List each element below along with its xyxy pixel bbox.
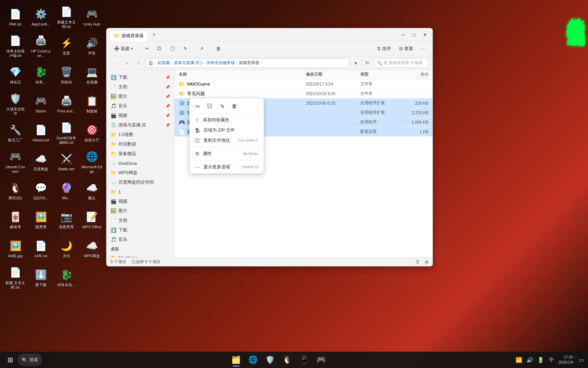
sidebar-item-0-8[interactable]: 📁 装备物品 xyxy=(107,149,174,158)
desktop-icon-mycomp[interactable]: 💻 此电脑 xyxy=(80,61,104,89)
desktop-icon-magician[interactable]: 🔮 Ma... xyxy=(54,177,78,204)
taskbar-game-btn[interactable]: 🎮 xyxy=(314,352,329,367)
desktop-icon-sound[interactable]: 🔊 声音 xyxy=(80,32,104,60)
desktop-icon-chuanqi[interactable]: 📄 传奇永恒客户端.txt xyxy=(3,32,27,60)
forward-button[interactable]: › xyxy=(122,58,132,68)
desktop-icon-meitushow[interactable]: 🖼️ 图秀秀 xyxy=(29,206,53,233)
sidebar-item-0-4[interactable]: 🎬 视频 📌 xyxy=(107,111,174,120)
desktop-icon-hp[interactable]: 🖨️ HP ColorLase... xyxy=(29,32,53,60)
taskbar-search[interactable]: 🔍 搜索 xyxy=(18,354,42,366)
systray-volume[interactable]: 🔊 xyxy=(526,356,534,364)
systray-battery[interactable]: 🔋 xyxy=(537,356,545,364)
expand-address-button[interactable]: ▾ xyxy=(351,58,360,68)
close-button[interactable]: ✕ xyxy=(420,30,430,40)
maximize-button[interactable]: □ xyxy=(409,30,419,40)
desktop-icon-meitu[interactable]: 📷 美图秀秀 xyxy=(54,206,78,233)
desktop-icon-chuanqi2[interactable]: 🐉 传奇... xyxy=(29,61,53,89)
ctx-more-item[interactable]: ⋯ 显示更多选项 Shift+F10 xyxy=(190,162,264,172)
taskbar-files-btn[interactable]: 🗂️ xyxy=(229,352,244,367)
sidebar-item-0-16[interactable]: ⬇️ 下载 xyxy=(107,225,174,235)
sidebar-item-0-3[interactable]: 🎵 音乐 📌 xyxy=(107,101,174,111)
sidebar-item-0-7[interactable]: 📁 对话数据 xyxy=(107,139,174,149)
desktop-icon-geemw[interactable]: 📄 GeeM2传奇辅助5.txt xyxy=(54,119,78,147)
sidebar-item-1-0[interactable]: 📁 MonItems xyxy=(107,253,174,257)
sidebar-item-0-17[interactable]: 🎵 音乐 xyxy=(107,235,174,244)
sidebar-item-0-10[interactable]: 📁 WPS网盘 xyxy=(107,168,174,178)
sidebar-item-0-1[interactable]: 📄 文档 📌 xyxy=(107,82,174,92)
desktop-icon-xinbujian[interactable]: 📄 新建 文本文档.txt xyxy=(3,264,27,291)
desktop-icon-wpsnet[interactable]: ☁️ WPS网盘 xyxy=(80,235,104,262)
desktop-icon-recycle[interactable]: 🗑️ 回收站 xyxy=(54,61,78,89)
cut-button[interactable]: ✂ xyxy=(142,45,152,52)
taskbar-edge-btn[interactable]: 🌐 xyxy=(246,352,261,367)
file-row-1[interactable]: 📁 常见问题 2022/10/16 8:25 文件夹 xyxy=(175,89,432,98)
ctx-properties-item[interactable]: ⚙ 属性 Alt+Enter xyxy=(190,149,264,159)
rename-button[interactable]: ✎ xyxy=(180,45,191,52)
sidebar-item-0-9[interactable]: ☁️ OneDrive xyxy=(107,158,174,168)
sidebar-item-0-13[interactable]: 🎬 视频 xyxy=(107,197,174,206)
sidebar-item-0-12[interactable]: 📁 1 xyxy=(107,187,174,197)
desktop-icon-qq255[interactable]: 💬 QQ255... xyxy=(29,177,53,204)
desktop-icon-mahjong[interactable]: 🀄 麻将秀 xyxy=(3,206,27,233)
copy-button[interactable]: ⿻ xyxy=(154,45,165,52)
desktop-icon-chuanqi3[interactable]: 🐉 传奇永恒... xyxy=(54,264,78,291)
search-box[interactable]: 🔍 在 游戏登录器 中搜索 xyxy=(374,58,428,68)
col-size-header[interactable]: 大小 xyxy=(401,72,428,77)
new-tab-button[interactable]: + xyxy=(149,30,159,40)
minimize-button[interactable]: ─ xyxy=(398,30,408,40)
desktop-icon-yuxi[interactable]: 🎯 游戏大厅 xyxy=(80,119,104,147)
delete-button[interactable]: 🗑 xyxy=(213,45,224,52)
back-button[interactable]: ‹ xyxy=(111,58,120,68)
ctx-rename-button[interactable]: ✎ xyxy=(217,101,228,112)
systray-network[interactable]: 📶 xyxy=(515,356,523,364)
sidebar-item-0-15[interactable]: 📄 文档 xyxy=(107,216,174,225)
desktop-icon-history[interactable]: 📄 History.txt xyxy=(29,119,53,147)
desktop-icon-tianwen[interactable]: 🌙 天问 xyxy=(54,235,78,262)
desktop-icon-pak[interactable]: 📄 PAK.txt xyxy=(3,3,27,31)
breadcrumb[interactable]: 🏠 › 此电脑 › 游戏与直播 (E:) › 传奇永恒服务端 › 游戏登录器 › xyxy=(145,58,349,68)
desktop-icon-zhiban[interactable]: 📋 制版板 xyxy=(80,90,104,118)
sidebar-item-0-14[interactable]: 🖼️ 图片 xyxy=(107,206,174,216)
sort-button[interactable]: ⇅ 排序 xyxy=(374,44,394,53)
desktop-icon-wps-office[interactable]: 📝 WPS Office xyxy=(80,206,104,233)
col-modified-header[interactable]: 修改日期 xyxy=(306,72,360,77)
paste-button[interactable]: 📋 xyxy=(166,45,179,52)
taskbar-phone-btn[interactable]: 📱 xyxy=(297,352,312,367)
col-type-header[interactable]: 类型 xyxy=(360,72,401,77)
col-name-header[interactable]: 名称 xyxy=(179,72,306,77)
desktop-icon-shuxia[interactable]: ⬇️ 数下载 xyxy=(29,264,53,291)
desktop-icon-appconfig[interactable]: ⚙️ AppConfi... xyxy=(29,3,53,31)
desktop-icon-ubisoft[interactable]: 🎮 Ubisoft Connect xyxy=(3,148,27,175)
sidebar-item-0-11[interactable]: ☁️ 百度网盘同步空间 xyxy=(107,178,174,187)
sidebar-item-0-0[interactable]: ⬇️ 下载 📌 xyxy=(107,73,174,82)
desktop-icon-microsoftedge[interactable]: 🌐 Microsoft Edge xyxy=(80,148,104,175)
desktop-icon-shenyou[interactable]: 💎 神佑石 xyxy=(3,61,27,89)
desktop-icon-tengxunqq[interactable]: 🐧 腾讯QQ xyxy=(3,177,27,204)
sidebar-item-0-5[interactable]: 💿 游戏与直播 (E 📌 xyxy=(107,120,174,130)
more-button[interactable]: ··· xyxy=(418,45,428,52)
desktop-icon-steam[interactable]: 🎮 Steam xyxy=(29,90,53,118)
ctx-copypath-item[interactable]: ⿻ 复制文件地址 Ctrl+Shift+C xyxy=(190,135,264,145)
new-button[interactable]: ➕ 新建 ▾ xyxy=(111,44,136,53)
desktop-icon-unity-hub[interactable]: 🎮 Unity Hub xyxy=(80,3,104,31)
sidebar-item-0-2[interactable]: 🖼️ 图片 📌 xyxy=(107,92,174,101)
breadcrumb-item-1[interactable]: 此电脑 xyxy=(158,60,170,66)
taskbar-clock[interactable]: 17:202025/1/9 xyxy=(558,355,573,365)
desktop-icon-14txt[interactable]: 📄 14年.txt xyxy=(29,235,53,262)
desktop-icon-battlenet[interactable]: ⚔️ Battle.net xyxy=(54,148,78,175)
list-view-icon[interactable]: ☰ xyxy=(416,260,420,264)
desktop-icon-a4jpg[interactable]: 🖼️ A4纸.jpg xyxy=(3,235,27,262)
up-button[interactable]: ↑ xyxy=(134,58,143,68)
grid-view-icon[interactable]: ⊞ xyxy=(425,260,428,264)
breadcrumb-item-2[interactable]: 游戏与直播 (E:) xyxy=(174,60,202,66)
taskbar-qq-btn[interactable]: 🐧 xyxy=(280,352,295,367)
ctx-delete-button[interactable]: 🗑 xyxy=(229,101,240,112)
breadcrumb-item-3[interactable]: 传奇永恒服务端 xyxy=(206,60,235,66)
explorer-tab[interactable]: 📁 游戏登录器 xyxy=(109,30,148,41)
show-desktop-button[interactable]: ▭ xyxy=(576,356,584,364)
ctx-cut-button[interactable]: ✂ xyxy=(192,101,203,112)
file-row-0[interactable]: 📁 MMOGame 2022/9/17 8:24 文件夹 xyxy=(175,79,432,89)
sidebar-item-0-6[interactable]: 📁 1.0道数 xyxy=(107,130,174,139)
view-button[interactable]: ⊟ 查看 xyxy=(396,44,416,53)
refresh-button[interactable]: ↻ xyxy=(362,58,372,68)
